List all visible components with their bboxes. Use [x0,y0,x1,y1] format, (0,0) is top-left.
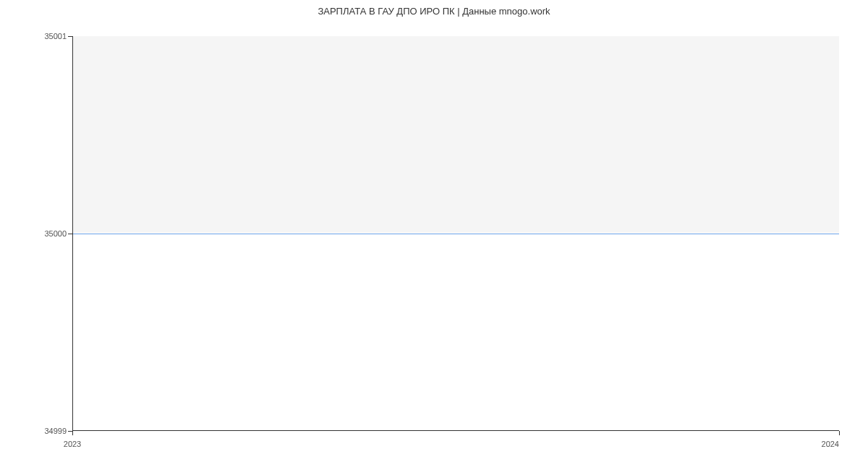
chart-title: ЗАРПЛАТА В ГАУ ДПО ИРО ПК | Данные mnogo… [0,6,868,17]
y-tick-label: 35001 [9,32,67,40]
data-line [73,234,839,234]
plot-lower-fill [73,233,839,430]
y-tick [68,36,72,37]
x-tick [839,431,840,435]
y-tick-label: 34999 [9,427,67,435]
x-tick-label: 2023 [64,440,81,448]
x-tick [72,431,73,435]
y-tick [68,234,72,234]
salary-chart: ЗАРПЛАТА В ГАУ ДПО ИРО ПК | Данные mnogo… [0,0,868,470]
plot-area [72,36,839,431]
y-tick-label: 35000 [9,229,67,238]
x-tick-label: 2024 [822,440,839,448]
